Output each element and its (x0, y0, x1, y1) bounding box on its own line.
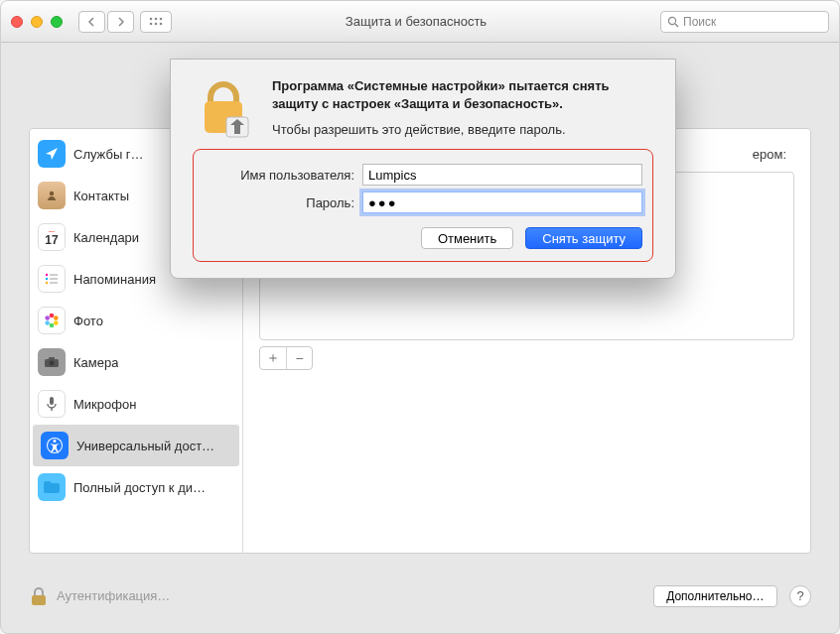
svg-point-8 (50, 191, 54, 195)
titlebar: Защита и безопасность Поиск (1, 1, 839, 43)
svg-point-2 (160, 17, 163, 20)
svg-point-4 (155, 22, 158, 25)
sidebar-item-accessibility[interactable]: Универсальный дост… (33, 425, 239, 466)
minimize-button[interactable] (31, 16, 43, 28)
location-icon (38, 140, 66, 168)
preferences-window: Защита и безопасность Поиск Службы г… Ко… (0, 0, 840, 634)
sidebar-item-camera[interactable]: Камера (30, 341, 242, 383)
svg-line-7 (675, 24, 678, 27)
sidebar-item-label: Микрофон (73, 397, 136, 412)
chevron-left-icon (87, 17, 96, 27)
username-input[interactable] (362, 164, 642, 186)
svg-rect-12 (50, 278, 58, 279)
svg-point-24 (50, 361, 55, 366)
svg-point-0 (150, 17, 153, 20)
close-button[interactable] (11, 16, 23, 28)
sidebar-item-label: Контакты (73, 189, 129, 203)
footer-right: Дополнительно… ? (653, 585, 811, 608)
add-button[interactable]: ＋ (260, 347, 286, 369)
dialog-heading: Программа «Системные настройки» пытается… (272, 77, 653, 112)
svg-rect-30 (32, 595, 46, 605)
sidebar-item-label: Камера (73, 355, 118, 370)
lock-row[interactable]: Аутентификация… (29, 585, 170, 607)
sidebar-item-label: Напоминания (73, 272, 156, 287)
footer: Аутентификация… Дополнительно… ? (29, 585, 811, 608)
grid-icon (149, 17, 163, 27)
cancel-button[interactable]: Отменить (421, 227, 513, 249)
svg-rect-25 (50, 397, 54, 405)
chevron-right-icon (116, 17, 125, 27)
contacts-icon (38, 182, 66, 209)
folder-icon (38, 473, 66, 501)
auth-dialog: Программа «Системные настройки» пытается… (170, 59, 676, 279)
accessibility-icon (41, 432, 69, 459)
sidebar-item-label: Полный доступ к ди… (73, 480, 206, 495)
lock-icon (29, 585, 49, 607)
svg-point-3 (150, 22, 153, 25)
search-placeholder: Поиск (683, 15, 716, 29)
window-title: Защита и безопасность (172, 14, 660, 29)
forward-button[interactable] (107, 11, 134, 33)
svg-point-20 (45, 320, 50, 325)
credentials-form: Имя пользователя: Пароль: Отменить Снять… (193, 149, 653, 262)
password-label: Пароль: (204, 195, 362, 210)
nav-buttons (78, 11, 134, 33)
microphone-icon (38, 390, 66, 418)
svg-point-11 (46, 278, 48, 280)
svg-point-15 (49, 317, 54, 322)
sidebar-item-label: Универсальный дост… (76, 439, 214, 453)
svg-point-21 (45, 316, 50, 320)
username-label: Имя пользователя: (204, 168, 362, 183)
advanced-button[interactable]: Дополнительно… (653, 585, 776, 607)
sidebar-item-label: Службы г… (73, 147, 144, 162)
svg-point-18 (54, 320, 59, 325)
reminders-icon (38, 265, 66, 293)
svg-point-19 (50, 323, 55, 328)
svg-rect-23 (49, 357, 55, 360)
svg-point-13 (46, 282, 48, 284)
sidebar-item-photos[interactable]: Фото (30, 300, 242, 341)
sidebar-item-microphone[interactable]: Микрофон (30, 383, 242, 425)
svg-rect-10 (50, 274, 58, 275)
svg-rect-14 (50, 282, 58, 283)
unlock-button[interactable]: Снять защиту (525, 227, 642, 249)
search-field[interactable]: Поиск (660, 11, 829, 33)
dialog-lock-icon (193, 77, 254, 139)
camera-icon (38, 348, 66, 376)
show-all-button[interactable] (140, 11, 172, 33)
help-button[interactable]: ? (789, 585, 811, 607)
back-button[interactable] (78, 11, 105, 33)
remove-button[interactable]: − (286, 347, 312, 369)
sidebar-item-label: Фото (73, 314, 103, 328)
svg-point-16 (50, 314, 55, 318)
traffic-lights (11, 16, 63, 28)
password-input[interactable] (362, 191, 642, 213)
svg-point-1 (155, 17, 158, 20)
svg-point-17 (54, 316, 59, 320)
list-controls: ＋ − (259, 346, 313, 370)
svg-point-29 (54, 440, 57, 443)
calendar-icon: —17 (38, 223, 66, 251)
auth-label: Аутентификация… (57, 588, 170, 603)
zoom-button[interactable] (51, 16, 63, 28)
sidebar-item-label: Календари (73, 230, 139, 245)
photos-icon (38, 307, 66, 334)
svg-point-5 (160, 22, 163, 25)
svg-point-9 (46, 274, 48, 276)
sidebar-item-full-disk[interactable]: Полный доступ к ди… (30, 466, 242, 508)
search-icon (667, 16, 679, 28)
dialog-subtext: Чтобы разрешить это действие, введите па… (272, 122, 653, 137)
svg-point-6 (668, 17, 675, 24)
